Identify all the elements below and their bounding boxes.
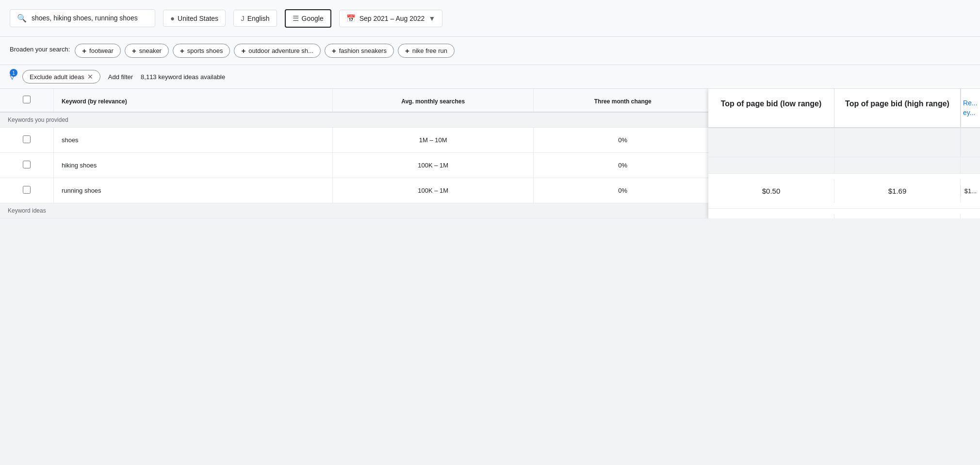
overlay-empty-row [708, 128, 980, 157]
add-filter-button[interactable]: Add filter [108, 73, 133, 81]
chip-plus-icon: + [405, 47, 409, 55]
chevron-down-icon: ▼ [428, 15, 435, 22]
chip-footwear[interactable]: + footwear [75, 44, 121, 58]
keywords-available-text: 8,113 keyword ideas available [141, 73, 225, 81]
overlay-empty-cell-2 [834, 128, 961, 157]
language-icon: J [241, 14, 245, 22]
chip-footwear-label: footwear [89, 47, 114, 54]
overlay-high-0: $1.69 [834, 179, 961, 203]
search-engine-label: Google [302, 15, 324, 22]
broaden-bar: Broaden your search: + footwear + sneake… [0, 37, 980, 65]
overlay-right-0: $1... [961, 185, 980, 197]
overlay-low-0: $0.50 [708, 179, 834, 203]
search-box[interactable]: 🔍 shoes, hiking shoes, running shoes [10, 9, 155, 27]
location-icon: ● [170, 14, 175, 22]
filter-icon-wrap[interactable]: ▿ 1 [10, 71, 15, 83]
chip-plus-icon: + [332, 47, 336, 55]
row-checkbox-hiking-shoes[interactable] [23, 161, 31, 168]
avg-cell-running-shoes: 100K – 1M [333, 178, 534, 203]
location-label: United States [178, 15, 218, 22]
language-label: English [247, 15, 270, 22]
language-selector[interactable]: J English [233, 10, 277, 27]
chip-plus-icon: + [82, 47, 86, 55]
overlay-empty-cell-1 [708, 128, 834, 157]
date-range-selector[interactable]: 📅 Sep 2021 – Aug 2022 ▼ [339, 10, 443, 27]
row-checkbox-shoes[interactable] [23, 135, 31, 143]
select-all-checkbox[interactable] [23, 96, 31, 103]
row-checkbox-running-shoes[interactable] [23, 186, 31, 194]
overlay-body: $0.50 $1.69 $1... $0.89 $3.01 $3... $0.8… [708, 128, 980, 218]
remove-filter-icon[interactable]: ✕ [87, 73, 93, 81]
search-engine-icon: ☰ [293, 14, 299, 23]
row-checkbox-cell [0, 128, 53, 153]
broaden-label: Broaden your search: [10, 44, 70, 53]
main-area: Keyword (by relevance) Avg. monthly sear… [0, 89, 980, 218]
three-month-cell-shoes: 0% [534, 128, 712, 153]
overlay-data-row-1: $0.89 $3.01 $3... [708, 209, 980, 218]
overlay-low-1: $0.89 [708, 214, 834, 218]
overlay-col-low-header: Top of page bid (low range) [708, 89, 834, 127]
add-filter-label: Add filter [108, 73, 133, 81]
calendar-icon: 📅 [346, 14, 356, 23]
chip-nike-free-run-label: nike free run [412, 47, 447, 54]
location-selector[interactable]: ● United States [163, 10, 226, 27]
col-header-keyword[interactable]: Keyword (by relevance) [53, 89, 332, 112]
overlay-col-high-header: Top of page bid (high range) [834, 89, 961, 127]
chip-plus-icon: + [241, 47, 245, 55]
chips-area: + footwear + sneaker + sports shoes + ou… [75, 44, 455, 58]
date-range-label: Sep 2021 – Aug 2022 [359, 15, 425, 22]
avg-cell-hiking-shoes: 100K – 1M [333, 153, 534, 178]
three-month-cell-running-shoes: 0% [534, 178, 712, 203]
overlay-empty-cell-3 [961, 128, 980, 157]
chip-sports-shoes-label: sports shoes [187, 47, 223, 54]
chip-plus-icon: + [132, 47, 136, 55]
chip-plus-icon: + [180, 47, 184, 55]
col-header-checkbox [0, 89, 53, 112]
col-header-three-month[interactable]: Three month change [534, 89, 712, 112]
right-edge-header: Re...ey... [961, 89, 980, 127]
chip-outdoor-label: outdoor adventure sh... [248, 47, 313, 54]
overlay-section-header-row [708, 157, 980, 174]
chip-sports-shoes[interactable]: + sports shoes [173, 44, 230, 58]
keyword-cell-hiking-shoes: hiking shoes [53, 153, 332, 178]
overlay-header: Top of page bid (low range) Top of page … [708, 89, 980, 128]
overlay-panel: Top of page bid (low range) Top of page … [708, 89, 980, 218]
col-header-avg[interactable]: Avg. monthly searches [333, 89, 534, 112]
filter-badge: 1 [10, 69, 17, 77]
search-query: shoes, hiking shoes, running shoes [32, 14, 138, 22]
chip-sneaker-label: sneaker [139, 47, 162, 54]
keyword-cell-shoes: shoes [53, 128, 332, 153]
chip-fashion-sneakers[interactable]: + fashion sneakers [325, 44, 394, 58]
three-month-cell-hiking-shoes: 0% [534, 153, 712, 178]
search-engine-selector[interactable]: ☰ Google [285, 9, 331, 28]
avg-cell-shoes: 1M – 10M [333, 128, 534, 153]
exclude-adult-chip[interactable]: Exclude adult ideas ✕ [22, 70, 100, 83]
chip-outdoor[interactable]: + outdoor adventure sh... [234, 44, 320, 58]
overlay-data-row-0: $0.50 $1.69 $1... [708, 174, 980, 209]
chip-nike-free-run[interactable]: + nike free run [398, 44, 455, 58]
overlay-high-1: $3.01 [834, 214, 961, 218]
exclude-adult-label: Exclude adult ideas [30, 73, 84, 81]
top-bar: 🔍 shoes, hiking shoes, running shoes ● U… [0, 0, 980, 37]
search-icon: 🔍 [17, 14, 27, 23]
keyword-cell-running-shoes: running shoes [53, 178, 332, 203]
filter-bar: ▿ 1 Exclude adult ideas ✕ Add filter 8,1… [0, 65, 980, 89]
row-checkbox-cell [0, 153, 53, 178]
row-checkbox-cell [0, 178, 53, 203]
chip-sneaker[interactable]: + sneaker [125, 44, 169, 58]
chip-fashion-sneakers-label: fashion sneakers [339, 47, 387, 54]
